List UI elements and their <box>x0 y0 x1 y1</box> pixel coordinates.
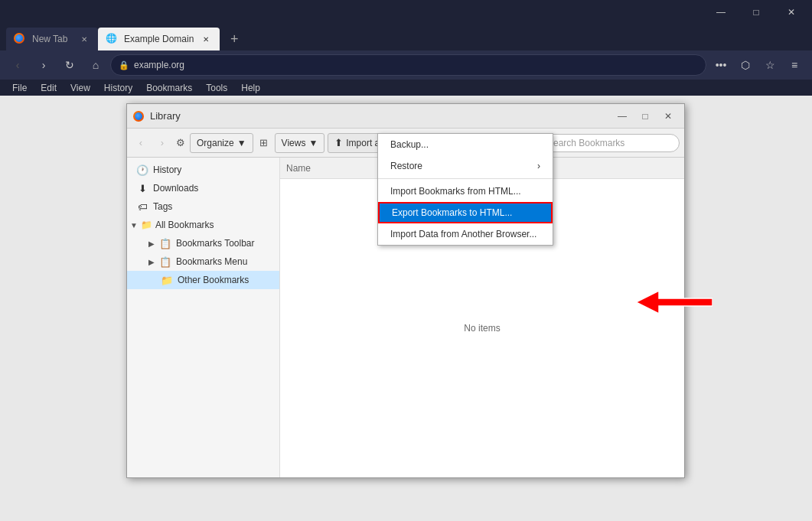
search-placeholder: Search Bookmarks <box>547 138 624 148</box>
tab-example-close[interactable]: ✕ <box>200 33 212 45</box>
address-bar[interactable]: 🔒 example.org <box>110 54 706 76</box>
menu-bar: File Edit View History Bookmarks Tools H… <box>0 80 812 96</box>
nav-actions: ••• ⬡ ☆ ≡ <box>709 54 806 77</box>
window-title-bar: Library — □ ✕ <box>127 104 684 129</box>
sidebar-item-bookmarks-menu[interactable]: ▶ 📋 Bookmarks Menu <box>127 252 279 271</box>
bookmarks-toolbar-icon: 📋 <box>159 237 171 249</box>
library-favicon <box>133 111 144 122</box>
sidebar-item-history[interactable]: 🕐 History <box>127 161 279 179</box>
menu-history[interactable]: History <box>98 81 139 95</box>
nav-bar: ‹ › ↻ ⌂ 🔒 example.org ••• ⬡ ☆ ≡ <box>0 50 812 80</box>
organize-icon: ⚙ <box>174 137 187 148</box>
menu-view[interactable]: View <box>64 81 96 95</box>
forward-button[interactable]: › <box>32 54 55 77</box>
library-window: Library — □ ✕ ‹ › ⚙ Organize ▼ ⊞ Views ▼… <box>126 103 685 478</box>
menu-button[interactable]: ≡ <box>783 54 806 77</box>
sidebar-item-downloads[interactable]: ⬇ Downloads <box>127 179 279 197</box>
sidebar-item-tags[interactable]: 🏷 Tags <box>127 197 279 216</box>
pocket-button[interactable]: ⬡ <box>734 54 757 77</box>
tab-bar: New Tab ✕ 🌐 Example Domain ✕ + <box>0 24 812 50</box>
restore-submenu-arrow: › <box>537 161 540 171</box>
lock-icon: 🔒 <box>119 60 129 70</box>
sidebar-item-other-bookmarks[interactable]: 📁 Other Bookmarks <box>127 271 279 289</box>
import-icon: ⬆ <box>334 137 343 148</box>
views-label: Views <box>282 138 306 148</box>
sidebar-item-all-bookmarks[interactable]: ▼ 📁 All Bookmarks <box>127 216 279 234</box>
maximize-button[interactable]: □ <box>739 0 774 24</box>
other-bookmarks-icon: 📁 <box>161 274 173 286</box>
menu-bookmarks[interactable]: Bookmarks <box>140 81 198 95</box>
browser-close-button[interactable]: ✕ <box>774 0 809 24</box>
sidebar-item-label-bookmarks-menu: Bookmarks Menu <box>176 256 247 267</box>
library-forward-button[interactable]: › <box>153 134 171 152</box>
browser-content: Library — □ ✕ ‹ › ⚙ Organize ▼ ⊞ Views ▼… <box>0 96 812 521</box>
dropdown-item-import-html[interactable]: Import Bookmarks from HTML... <box>378 181 553 202</box>
back-button[interactable]: ‹ <box>6 54 29 77</box>
refresh-button[interactable]: ↻ <box>58 54 81 77</box>
minimize-button[interactable]: — <box>703 0 739 24</box>
menu-tools[interactable]: Tools <box>200 81 233 95</box>
restore-label: Restore <box>390 161 422 171</box>
bookmark-button[interactable]: ☆ <box>758 54 781 77</box>
new-tab-button[interactable]: + <box>223 28 246 50</box>
dropdown-item-export-html[interactable]: Export Bookmarks to HTML... <box>378 202 553 223</box>
tab-newtab[interactable]: New Tab ✕ <box>6 28 98 50</box>
svg-marker-0 <box>636 291 713 314</box>
dropdown-item-backup[interactable]: Backup... <box>378 134 553 155</box>
tab-newtab-close[interactable]: ✕ <box>78 33 90 45</box>
all-bookmarks-icon: 📁 <box>141 220 152 230</box>
tab-newtab-label: New Tab <box>32 34 72 44</box>
menu-file[interactable]: File <box>6 81 33 95</box>
all-bookmarks-arrow: ▼ <box>130 221 138 230</box>
red-arrow-annotation <box>636 287 713 320</box>
bookmarks-menu-arrow: ▶ <box>148 258 155 266</box>
sidebar-item-label-history: History <box>153 164 181 175</box>
tags-icon: 🏷 <box>136 200 148 213</box>
sidebar-item-label-all-bookmarks: All Bookmarks <box>155 220 214 230</box>
window-controls: — □ ✕ <box>703 0 809 24</box>
home-button[interactable]: ⌂ <box>84 54 107 77</box>
sidebar-item-label-other-bookmarks: Other Bookmarks <box>178 275 249 285</box>
organize-label: Organize <box>197 138 234 148</box>
sidebar-item-label-bookmarks-toolbar: Bookmarks Toolbar <box>176 238 255 249</box>
sidebar-item-label-downloads: Downloads <box>153 183 198 194</box>
dropdown-separator-1 <box>378 178 553 179</box>
library-back-button[interactable]: ‹ <box>132 134 150 152</box>
tab-newtab-favicon <box>14 33 26 45</box>
title-bar: — □ ✕ <box>0 0 812 24</box>
tab-example-label: Example Domain <box>124 34 194 44</box>
bookmarks-toolbar-arrow: ▶ <box>148 239 155 248</box>
sidebar-item-label-tags: Tags <box>153 201 172 212</box>
dropdown-item-import-browser[interactable]: Import Data from Another Browser... <box>378 223 553 245</box>
views-arrow-icon: ▼ <box>308 138 318 148</box>
dropdown-item-restore[interactable]: Restore › <box>378 155 553 177</box>
organize-button[interactable]: Organize ▼ <box>190 133 253 153</box>
history-icon: 🕐 <box>136 164 148 176</box>
library-maximize-button[interactable]: □ <box>635 108 655 125</box>
import-backup-dropdown: Backup... Restore › Import Bookmarks fro… <box>377 133 553 246</box>
tab-example[interactable]: 🌐 Example Domain ✕ <box>98 28 220 50</box>
library-sidebar: 🕐 History ⬇ Downloads 🏷 Tags ▼ 📁 All Boo… <box>127 158 280 477</box>
library-window-controls: — □ ✕ <box>612 108 678 125</box>
library-minimize-button[interactable]: — <box>612 108 632 125</box>
organize-arrow-icon: ▼ <box>237 138 246 148</box>
library-title: Library <box>150 110 606 122</box>
views-button[interactable]: Views ▼ <box>275 133 325 153</box>
views-icon: ⊞ <box>256 137 272 148</box>
tab-example-favicon: 🌐 <box>106 33 118 45</box>
menu-help[interactable]: Help <box>235 81 266 95</box>
library-close-button[interactable]: ✕ <box>658 108 678 125</box>
bookmarks-menu-icon: 📋 <box>159 256 171 268</box>
address-text: example.org <box>134 60 698 70</box>
sidebar-item-bookmarks-toolbar[interactable]: ▶ 📋 Bookmarks Toolbar <box>127 234 279 252</box>
downloads-icon: ⬇ <box>136 182 148 194</box>
menu-edit[interactable]: Edit <box>34 81 63 95</box>
more-button[interactable]: ••• <box>709 54 732 77</box>
